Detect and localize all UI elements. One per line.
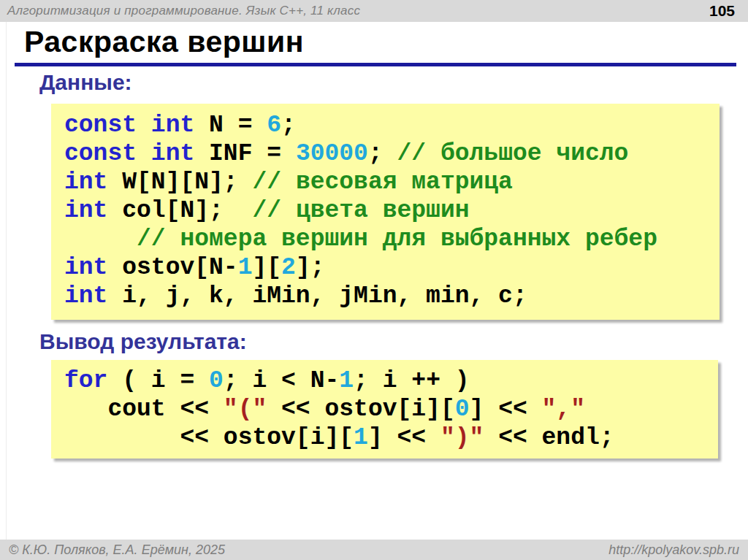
code-line: // номера вершин для выбранных ребер — [64, 225, 720, 253]
code-line: cout << "(" << ostov[i][0] << "," — [64, 395, 718, 423]
section-label-data: Данные: — [39, 70, 132, 95]
code-line: int W[N][N]; // весовая матрица — [64, 168, 720, 196]
code-box-declarations: const int N = 6;const int INF = 30000; /… — [51, 104, 720, 320]
code-line: int col[N]; // цвета вершин — [64, 196, 720, 225]
page-number: 105 — [709, 2, 741, 20]
left-margin-line — [6, 22, 7, 540]
section-label-output: Вывод результата: — [39, 329, 247, 354]
code-line: for ( i = 0; i < N-1; i ++ ) — [64, 367, 718, 395]
code-line: const int N = 6; — [64, 111, 720, 139]
code-line: int i, j, k, iMin, jMin, min, c; — [64, 282, 720, 310]
footer-copyright: © К.Ю. Поляков, Е.А. Ерёмин, 2025 — [9, 542, 225, 558]
code-line: << ostov[i][1] << ")" << endl; — [64, 423, 718, 452]
presentation-title: Алгоритмизация и программирование. Язык … — [7, 4, 360, 18]
code-line: const int INF = 30000; // большое число — [64, 139, 720, 168]
top-bar: Алгоритмизация и программирование. Язык … — [0, 0, 748, 22]
footer-url: http://kpolyakov.spb.ru — [608, 542, 739, 558]
code-line: int ostov[N-1][2]; — [64, 253, 720, 282]
slide-title: Раскраска вершин — [24, 25, 304, 59]
code-box-output: for ( i = 0; i < N-1; i ++ ) cout << "("… — [51, 360, 718, 459]
footer-bar: © К.Ю. Поляков, Е.А. Ерёмин, 2025 http:/… — [0, 540, 748, 560]
title-underline — [15, 63, 736, 66]
